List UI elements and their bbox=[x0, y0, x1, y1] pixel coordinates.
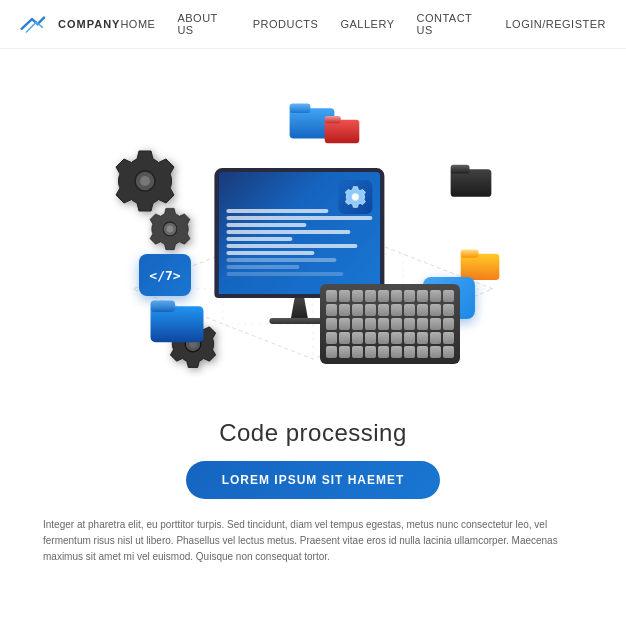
svg-rect-20 bbox=[461, 250, 479, 258]
folder-dark bbox=[449, 159, 493, 203]
monitor-stand bbox=[287, 298, 311, 318]
key bbox=[352, 304, 363, 316]
key bbox=[365, 332, 376, 344]
gear-small-icon bbox=[148, 207, 192, 251]
main-content: </7> < 7 bbox=[0, 49, 626, 565]
folder-top-red bbox=[323, 111, 361, 149]
nav-home[interactable]: HOME bbox=[120, 18, 155, 30]
key bbox=[339, 346, 350, 358]
key bbox=[430, 290, 441, 302]
logo: COMPANY bbox=[20, 14, 120, 34]
svg-point-23 bbox=[352, 194, 359, 201]
key bbox=[430, 318, 441, 330]
gear-small bbox=[148, 207, 192, 255]
key bbox=[365, 304, 376, 316]
key bbox=[443, 318, 454, 330]
navigation: HOME ABOUT US PRODUCTS GALLERY CONTACT U… bbox=[120, 12, 606, 36]
key bbox=[378, 332, 389, 344]
key bbox=[443, 346, 454, 358]
key bbox=[365, 290, 376, 302]
key bbox=[391, 346, 402, 358]
svg-rect-16 bbox=[325, 116, 341, 123]
key bbox=[378, 346, 389, 358]
key bbox=[365, 318, 376, 330]
key bbox=[352, 290, 363, 302]
gear-large-icon bbox=[113, 149, 177, 213]
key bbox=[365, 346, 376, 358]
gear-badge-icon bbox=[344, 186, 366, 208]
key bbox=[352, 346, 363, 358]
key bbox=[326, 318, 337, 330]
key bbox=[443, 332, 454, 344]
key bbox=[391, 290, 402, 302]
key bbox=[378, 290, 389, 302]
monitor-screen bbox=[214, 168, 384, 298]
key bbox=[339, 290, 350, 302]
svg-point-8 bbox=[140, 176, 150, 186]
folder-bottom-blue-icon bbox=[148, 293, 206, 345]
key bbox=[417, 290, 428, 302]
description-text: Integer at pharetra elit, eu porttitor t… bbox=[43, 517, 583, 565]
svg-rect-22 bbox=[151, 301, 176, 312]
header: COMPANY HOME ABOUT US PRODUCTS GALLERY C… bbox=[0, 0, 626, 49]
text-section: Code processing LOREM IPSUM SIT HAEMET I… bbox=[3, 419, 623, 565]
key bbox=[404, 332, 415, 344]
key bbox=[391, 332, 402, 344]
key bbox=[417, 318, 428, 330]
key bbox=[378, 304, 389, 316]
key bbox=[404, 304, 415, 316]
folder-red-icon bbox=[323, 111, 361, 145]
logo-text: COMPANY bbox=[58, 18, 120, 30]
section-title: Code processing bbox=[43, 419, 583, 447]
logo-icon bbox=[20, 14, 52, 34]
key bbox=[443, 304, 454, 316]
svg-rect-14 bbox=[290, 103, 311, 113]
key bbox=[352, 318, 363, 330]
key bbox=[430, 346, 441, 358]
key bbox=[339, 304, 350, 316]
gear-badge bbox=[338, 180, 372, 214]
nav-login[interactable]: LOGIN/REGISTER bbox=[505, 18, 606, 30]
key bbox=[404, 346, 415, 358]
cta-button[interactable]: LOREM IPSUM SIT HAEMET bbox=[186, 461, 441, 499]
key bbox=[443, 290, 454, 302]
nav-about[interactable]: ABOUT US bbox=[177, 12, 230, 36]
folder-dark-icon bbox=[449, 159, 493, 199]
key bbox=[326, 346, 337, 358]
svg-rect-18 bbox=[451, 165, 470, 174]
key bbox=[417, 346, 428, 358]
illustration: </7> < 7 bbox=[83, 59, 543, 419]
key bbox=[417, 332, 428, 344]
key bbox=[404, 318, 415, 330]
keyboard bbox=[320, 284, 460, 364]
nav-products[interactable]: PRODUCTS bbox=[253, 18, 319, 30]
key bbox=[430, 304, 441, 316]
key bbox=[339, 318, 350, 330]
code-tag-left: </7> bbox=[139, 254, 191, 296]
key bbox=[326, 290, 337, 302]
key bbox=[339, 332, 350, 344]
svg-point-10 bbox=[167, 226, 174, 233]
key bbox=[417, 304, 428, 316]
key bbox=[352, 332, 363, 344]
key bbox=[326, 304, 337, 316]
key bbox=[378, 318, 389, 330]
key bbox=[391, 318, 402, 330]
key bbox=[326, 332, 337, 344]
nav-contact[interactable]: CONTACT US bbox=[416, 12, 483, 36]
nav-gallery[interactable]: GALLERY bbox=[340, 18, 394, 30]
key bbox=[391, 304, 402, 316]
key bbox=[430, 332, 441, 344]
screen-content bbox=[218, 172, 380, 294]
key bbox=[404, 290, 415, 302]
folder-bottom-blue bbox=[148, 293, 206, 349]
